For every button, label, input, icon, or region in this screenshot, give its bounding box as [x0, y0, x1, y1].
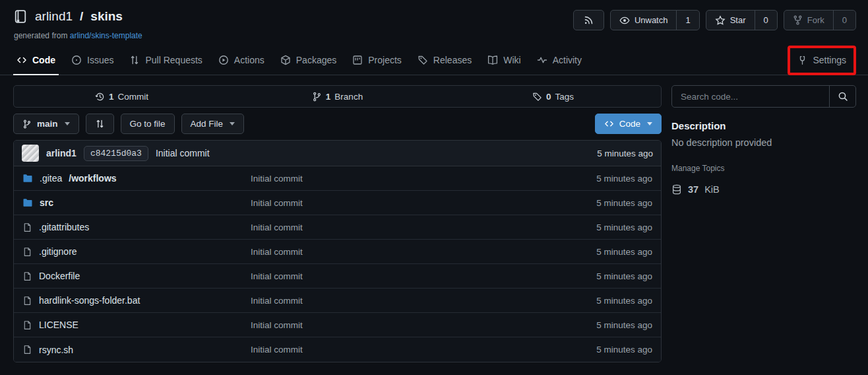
- tab-activity[interactable]: Activity: [530, 46, 589, 75]
- file-commit-message[interactable]: Initial commit: [251, 271, 596, 281]
- go-to-file-button[interactable]: Go to file: [121, 114, 175, 134]
- compare-button[interactable]: [86, 114, 114, 134]
- file-row: .gitattributes Initial commit 5 minutes …: [14, 215, 661, 240]
- file-commit-time: 5 minutes ago: [596, 320, 652, 330]
- rss-icon: [574, 11, 604, 30]
- file-row: src Initial commit 5 minutes ago: [14, 191, 661, 215]
- add-file-dropdown[interactable]: Add File: [181, 114, 245, 134]
- star-count[interactable]: 0: [755, 11, 777, 30]
- releases-icon: [418, 55, 428, 65]
- branches-stat[interactable]: 1 Branch: [230, 92, 445, 102]
- file-icon: [22, 247, 32, 257]
- watch-button-group: Unwatch 1: [610, 10, 700, 30]
- fork-count[interactable]: 0: [833, 11, 855, 30]
- pull-request-icon: [129, 55, 140, 65]
- file-icon: [22, 320, 32, 330]
- database-icon: [671, 184, 682, 195]
- fork-button-group: Fork 0: [784, 10, 856, 30]
- code-icon: [16, 55, 27, 65]
- tab-packages[interactable]: Packages: [273, 46, 344, 75]
- file-link[interactable]: rsync.sh: [22, 345, 251, 355]
- file-link[interactable]: .gitignore: [22, 246, 251, 257]
- rss-button[interactable]: [573, 10, 604, 30]
- file-commit-time: 5 minutes ago: [596, 271, 652, 281]
- tag-icon: [532, 92, 542, 102]
- file-commit-message[interactable]: Initial commit: [251, 345, 596, 355]
- file-link[interactable]: LICENSE: [22, 320, 251, 330]
- file-commit-message[interactable]: Initial commit: [251, 174, 596, 184]
- file-commit-time: 5 minutes ago: [596, 222, 652, 232]
- commit-message-link[interactable]: Initial commit: [156, 148, 210, 158]
- tab-pull-requests[interactable]: Pull Requests: [122, 46, 209, 75]
- settings-annotation-red-box: Settings: [788, 46, 856, 75]
- file-link[interactable]: hardlink-songs-folder.bat: [22, 295, 251, 306]
- compare-icon: [95, 119, 105, 129]
- file-commit-time: 5 minutes ago: [596, 198, 652, 208]
- watch-count[interactable]: 1: [676, 11, 698, 30]
- avatar[interactable]: [22, 145, 39, 162]
- branch-icon: [22, 119, 32, 129]
- search-input[interactable]: [672, 86, 829, 107]
- fork-icon: [793, 15, 803, 25]
- file-link[interactable]: .gitea/workflows: [22, 173, 251, 184]
- file-commit-message[interactable]: Initial commit: [251, 320, 596, 330]
- description-heading: Description: [671, 120, 856, 131]
- tab-code[interactable]: Code: [9, 46, 63, 75]
- settings-icon: [797, 55, 807, 65]
- repo-path-separator: /: [80, 9, 83, 24]
- code-search: [671, 85, 856, 108]
- file-commit-message[interactable]: Initial commit: [251, 247, 596, 257]
- repo-toolbar: main Go to file Add File Code: [13, 114, 662, 134]
- tab-settings[interactable]: Settings: [790, 48, 853, 73]
- star-button[interactable]: Star: [706, 11, 755, 30]
- repo-size-value: 37: [688, 184, 698, 195]
- activity-icon: [537, 55, 547, 65]
- tab-releases[interactable]: Releases: [410, 46, 479, 75]
- tab-actions[interactable]: Actions: [211, 46, 272, 75]
- folder-icon: [22, 173, 33, 184]
- file-row: rsync.sh Initial commit 5 minutes ago: [14, 337, 661, 362]
- commits-stat[interactable]: 1 Commit: [14, 92, 230, 102]
- latest-commit-row: arlind1 c84215d0a3 Initial commit 5 minu…: [14, 141, 661, 166]
- tags-stat[interactable]: 0 Tags: [445, 92, 661, 102]
- fork-button[interactable]: Fork: [784, 11, 833, 30]
- file-icon: [22, 345, 32, 355]
- file-row: Dockerfile Initial commit 5 minutes ago: [14, 264, 661, 289]
- file-commit-message[interactable]: Initial commit: [251, 296, 596, 306]
- branch-icon: [312, 92, 322, 102]
- file-row: .gitignore Initial commit 5 minutes ago: [14, 240, 661, 264]
- unwatch-button[interactable]: Unwatch: [611, 11, 677, 30]
- manage-topics-link[interactable]: Manage Topics: [671, 164, 725, 173]
- file-icon: [22, 271, 32, 281]
- repo-size-unit: KiB: [704, 184, 720, 195]
- file-link[interactable]: src: [22, 197, 251, 208]
- code-icon: [604, 119, 614, 129]
- eye-icon: [619, 15, 630, 26]
- file-commit-message[interactable]: Initial commit: [251, 198, 596, 208]
- wiki-icon: [487, 55, 498, 65]
- repo-stats-bar: 1 Commit 1 Branch 0 Tags: [13, 85, 662, 108]
- search-button[interactable]: [829, 86, 855, 107]
- chevron-down-icon: [65, 122, 70, 125]
- repo-sidebar: Description No description provided Mana…: [671, 85, 856, 362]
- tab-wiki[interactable]: Wiki: [480, 46, 528, 75]
- file-link[interactable]: Dockerfile: [22, 271, 251, 281]
- repo-action-buttons: Unwatch 1 Star 0: [573, 10, 856, 30]
- repo-name-link[interactable]: skins: [90, 9, 123, 24]
- file-commit-message[interactable]: Initial commit: [251, 222, 596, 232]
- commit-author-link[interactable]: arlind1: [46, 148, 77, 158]
- template-repo-link[interactable]: arlind/skins-template: [70, 31, 142, 40]
- commit-hash-link[interactable]: c84215d0a3: [84, 146, 148, 161]
- file-link[interactable]: .gitattributes: [22, 222, 251, 232]
- repo-icon: [13, 9, 28, 24]
- repo-owner-link[interactable]: arlind1: [35, 9, 73, 24]
- file-commit-time: 5 minutes ago: [596, 174, 652, 184]
- repo-header: arlind1 / skins generated from arlind/sk…: [0, 0, 868, 40]
- tab-issues[interactable]: Issues: [64, 46, 121, 75]
- code-download-dropdown[interactable]: Code: [595, 114, 662, 134]
- tab-projects[interactable]: Projects: [345, 46, 409, 75]
- star-button-group: Star 0: [706, 10, 778, 30]
- file-icon: [22, 222, 32, 232]
- branch-selector[interactable]: main: [13, 114, 79, 134]
- commit-time: 5 minutes ago: [597, 149, 653, 158]
